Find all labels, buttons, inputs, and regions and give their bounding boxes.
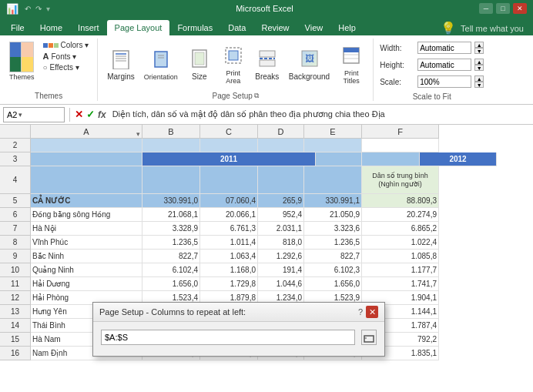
cell-B11[interactable]: 1.656,0 — [142, 277, 200, 291]
cell-B10[interactable]: 6.102,4 — [142, 263, 200, 277]
cell-C7[interactable]: 6.761,3 — [200, 222, 258, 236]
cell-E3[interactable] — [362, 152, 420, 166]
orientation-button[interactable]: Orientation — [141, 45, 181, 82]
cell-F3[interactable]: 2012 — [420, 152, 497, 166]
cell-D4[interactable] — [258, 166, 304, 194]
tell-me-label[interactable]: Tell me what you — [461, 24, 524, 33]
breaks-button[interactable]: Breaks — [252, 45, 283, 82]
redo-quick[interactable]: ↷ — [35, 5, 42, 13]
cell-E6[interactable]: 21.050,9 — [304, 208, 362, 222]
cell-D2[interactable] — [258, 139, 304, 152]
tab-file[interactable]: File — [3, 20, 32, 35]
height-input[interactable] — [417, 59, 471, 71]
tab-insert[interactable]: Insert — [70, 20, 107, 35]
cell-A4[interactable] — [31, 166, 142, 194]
themes-button[interactable]: Themes — [6, 40, 38, 82]
print-area-button[interactable]: PrintArea — [218, 42, 249, 86]
effects-button[interactable]: ○ Effects ▾ — [41, 62, 92, 72]
cell-B8[interactable]: 1.236,5 — [142, 236, 200, 250]
background-button[interactable]: 🖼 Background — [286, 45, 333, 82]
tab-data[interactable]: Data — [220, 20, 253, 35]
cell-D10[interactable]: 191,4 — [258, 263, 304, 277]
cell-D6[interactable]: 952,4 — [258, 208, 304, 222]
dialog-help-icon[interactable]: ? — [358, 307, 363, 317]
cell-B2[interactable] — [142, 139, 200, 152]
cell-F8[interactable]: 1.022,4 — [362, 236, 439, 250]
cell-A10[interactable]: Quảng Ninh — [31, 263, 142, 277]
colors-button[interactable]: Colors ▾ — [41, 40, 92, 50]
cell-C8[interactable]: 1.011,4 — [200, 236, 258, 250]
print-titles-button[interactable]: PrintTitles — [336, 42, 367, 86]
cell-C6[interactable]: 20.066,1 — [200, 208, 258, 222]
cell-E8[interactable]: 1.236,5 — [304, 236, 362, 250]
undo-quick[interactable]: ↶ — [25, 5, 31, 13]
cell-D5[interactable]: 265,9 — [258, 194, 304, 208]
cell-C5[interactable]: 07.060,4 — [200, 194, 258, 208]
margins-button[interactable]: Margins — [104, 45, 138, 82]
cell-F4[interactable]: Dân số trung bình(Nghìn người) — [362, 166, 439, 194]
tab-help[interactable]: Help — [330, 20, 364, 35]
cell-F6[interactable]: 20.274,9 — [362, 208, 439, 222]
scale-spin-down[interactable]: ▼ — [474, 82, 484, 88]
cell-E9[interactable]: 822,7 — [304, 250, 362, 263]
cell-C10[interactable]: 1.168,0 — [200, 263, 258, 277]
cell-C11[interactable]: 1.729,8 — [200, 277, 258, 291]
name-box[interactable]: A2 ▾ — [3, 107, 65, 122]
cell-D8[interactable]: 818,0 — [258, 236, 304, 250]
scale-input[interactable] — [417, 75, 471, 88]
cell-A3[interactable] — [31, 152, 142, 166]
width-spin-down[interactable]: ▼ — [474, 48, 484, 54]
cell-D7[interactable]: 2.031,1 — [258, 222, 304, 236]
cell-E4[interactable] — [304, 166, 362, 194]
size-button[interactable]: Size — [184, 45, 215, 82]
cell-A5[interactable]: CẢ NƯỚC — [31, 194, 142, 208]
tab-formulas[interactable]: Formulas — [169, 20, 220, 35]
close-btn[interactable]: ✕ — [513, 3, 527, 14]
cell-E5[interactable]: 330.991,1 — [304, 194, 362, 208]
col-header-C[interactable]: C — [200, 125, 258, 139]
cell-E2[interactable] — [304, 139, 362, 152]
cell-B4[interactable] — [142, 166, 200, 194]
cell-D3[interactable] — [316, 152, 362, 166]
cell-B9[interactable]: 822,7 — [142, 250, 200, 263]
col-header-A[interactable]: A ▾ — [31, 125, 142, 139]
tab-page-layout[interactable]: Page Layout — [107, 20, 170, 35]
cell-F7[interactable]: 6.865,2 — [362, 222, 439, 236]
dialog-close-button[interactable]: ✕ — [366, 306, 378, 318]
maximize-btn[interactable]: □ — [496, 3, 510, 14]
cell-A2[interactable] — [31, 139, 142, 152]
cancel-formula-icon[interactable]: ✕ — [75, 109, 83, 120]
name-box-dropdown[interactable]: ▾ — [18, 111, 22, 119]
height-spin-up[interactable]: ▲ — [474, 59, 484, 65]
cell-B5[interactable]: 330.991,0 — [142, 194, 200, 208]
cell-E10[interactable]: 6.102,3 — [304, 263, 362, 277]
tab-review[interactable]: Review — [253, 20, 297, 35]
cell-C2[interactable] — [200, 139, 258, 152]
width-spin-up[interactable]: ▲ — [474, 42, 484, 48]
cell-A6[interactable]: Đồng bằng sông Hồng — [31, 208, 142, 222]
cell-A7[interactable]: Hà Nội — [31, 222, 142, 236]
cell-A8[interactable]: Vĩnh Phúc — [31, 236, 142, 250]
col-header-B[interactable]: B — [142, 125, 200, 139]
cell-D9[interactable]: 1.292,6 — [258, 250, 304, 263]
cell-F10[interactable]: 1.177,7 — [362, 263, 439, 277]
cell-F9[interactable]: 1.085,8 — [362, 250, 439, 263]
minimize-btn[interactable]: ─ — [479, 3, 493, 14]
col-header-F[interactable]: F — [362, 125, 439, 139]
cell-B7[interactable]: 3.328,9 — [142, 222, 200, 236]
cell-B3[interactable]: 2011 — [142, 152, 316, 166]
formula-content[interactable]: Diện tích, dân số và mật độ dân số phân … — [109, 109, 530, 119]
tab-view[interactable]: View — [297, 20, 331, 35]
height-spin-down[interactable]: ▼ — [474, 65, 484, 71]
cell-F11[interactable]: 1.741,7 — [362, 277, 439, 291]
col-header-D[interactable]: D — [258, 125, 304, 139]
collapse-dialog-button[interactable] — [361, 330, 377, 345]
cell-A11[interactable]: Hải Dương — [31, 277, 142, 291]
tab-home[interactable]: Home — [32, 20, 70, 35]
cell-A9[interactable]: Bắc Ninh — [31, 250, 142, 263]
columns-to-repeat-input[interactable] — [101, 330, 355, 345]
cell-B6[interactable]: 21.068,1 — [142, 208, 200, 222]
cell-C4[interactable] — [200, 166, 258, 194]
cell-D11[interactable]: 1.044,6 — [258, 277, 304, 291]
cell-C9[interactable]: 1.063,4 — [200, 250, 258, 263]
